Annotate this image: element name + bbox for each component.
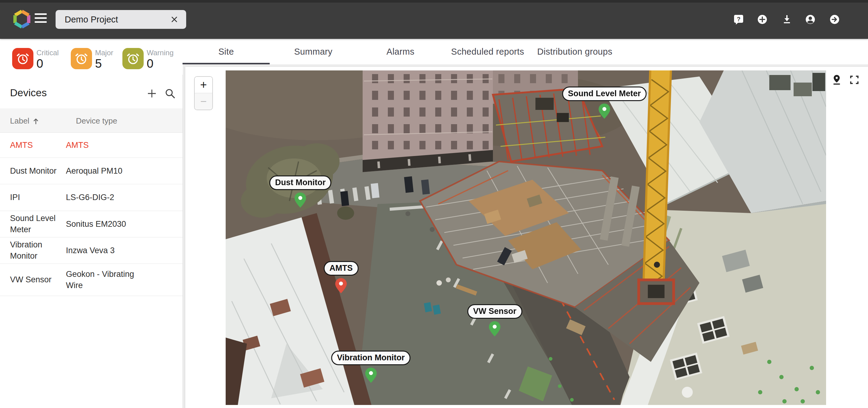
- fullscreen-button[interactable]: [848, 74, 860, 86]
- brand-logo-icon: [11, 9, 32, 29]
- site-aerial-photo: [226, 70, 826, 405]
- map-pin-icon: [294, 192, 306, 208]
- tab-scheduled-reports[interactable]: Scheduled reports: [444, 39, 531, 64]
- search-icon: [164, 88, 176, 100]
- zoom-in-label: +: [200, 78, 207, 91]
- download-icon: [781, 14, 793, 25]
- app-window: Demo Project ?: [0, 0, 868, 408]
- account-icon: [805, 14, 816, 25]
- account-button[interactable]: [805, 14, 816, 25]
- zoom-out-button[interactable]: −: [195, 93, 212, 109]
- alert-label: Critical: [36, 49, 59, 57]
- add-device-button[interactable]: [146, 88, 158, 100]
- tab-label: Alarms: [386, 47, 414, 57]
- devices-table: AMTS AMTS Dust Monitor Aeroqual PM10 IPI…: [0, 133, 183, 296]
- marker-label: VW Sensor: [467, 304, 522, 319]
- close-icon[interactable]: [169, 14, 180, 25]
- map-zoom-control: + −: [194, 76, 213, 110]
- devices-table-header: Label Device type: [0, 108, 183, 133]
- tab-summary[interactable]: Summary: [270, 39, 357, 64]
- toggle-markers-button[interactable]: [831, 74, 842, 86]
- fullscreen-icon: [848, 74, 860, 86]
- device-label: Sound Level Meter: [10, 213, 60, 235]
- tab-site[interactable]: Site: [183, 39, 270, 64]
- table-row[interactable]: Sound Level Meter Sonitus EM2030: [0, 211, 183, 238]
- alert-label: Warning: [147, 49, 174, 57]
- tab-alarms[interactable]: Alarms: [357, 39, 444, 64]
- help-button[interactable]: ?: [733, 14, 744, 25]
- tab-label: Site: [218, 47, 234, 57]
- project-chip-label: Demo Project: [56, 14, 169, 25]
- device-type: LS-G6-DIG-2: [66, 192, 114, 203]
- plus-icon: [146, 88, 158, 100]
- add-icon: [757, 14, 768, 25]
- device-type: Geokon - Vibrating Wire: [66, 269, 142, 291]
- device-label: AMTS: [10, 139, 33, 151]
- map-marker-vw-sensor[interactable]: VW Sensor: [467, 304, 522, 337]
- tab-distribution-groups[interactable]: Distribution groups: [531, 39, 618, 64]
- device-label: Vibration Monitor: [10, 239, 60, 262]
- menu-icon[interactable]: [35, 13, 47, 26]
- map-pin-icon: [489, 321, 501, 337]
- devices-title: Devices: [10, 87, 47, 99]
- alert-card-warning[interactable]: Warning 0: [122, 48, 174, 70]
- tab-label: Distribution groups: [537, 47, 613, 57]
- alert-count: 0: [36, 57, 59, 70]
- search-device-button[interactable]: [164, 88, 176, 100]
- zoom-in-button[interactable]: +: [195, 77, 212, 93]
- logout-icon: [829, 14, 840, 25]
- map-marker-vibration-monitor[interactable]: Vibration Monitor: [331, 351, 411, 383]
- alert-summary: Critical 0 Major 5 Warning 0: [0, 39, 183, 75]
- device-type: Sonitus EM2030: [66, 219, 126, 230]
- column-header-label[interactable]: Label: [10, 116, 40, 126]
- alert-card-critical[interactable]: Critical 0: [12, 48, 59, 70]
- table-row[interactable]: VW Sensor Geokon - Vibrating Wire: [0, 264, 183, 296]
- alarm-icon: [12, 48, 33, 69]
- download-button[interactable]: [781, 14, 793, 25]
- pin-drop-icon: [831, 74, 842, 86]
- device-type: Inzwa Veva 3: [66, 245, 115, 256]
- active-tab-indicator: [183, 63, 270, 64]
- alert-label: Major: [95, 49, 113, 57]
- column-title: Label: [10, 116, 29, 126]
- column-header-device-type[interactable]: Device type: [76, 116, 117, 126]
- svg-text:?: ?: [737, 16, 740, 23]
- device-label: VW Sensor: [10, 274, 52, 285]
- marker-label: Vibration Monitor: [331, 351, 411, 365]
- logout-button[interactable]: [829, 14, 840, 25]
- marker-label: Sound Level Meter: [562, 87, 647, 101]
- map-marker-amts[interactable]: AMTS: [324, 261, 359, 293]
- device-label: IPI: [10, 192, 20, 203]
- alert-card-major[interactable]: Major 5: [71, 48, 113, 70]
- project-chip[interactable]: Demo Project: [56, 10, 186, 29]
- tab-label: Scheduled reports: [451, 47, 524, 57]
- marker-label: Dust Monitor: [269, 176, 331, 190]
- sort-ascending-icon: [32, 117, 40, 125]
- table-row[interactable]: IPI LS-G6-DIG-2: [0, 184, 183, 211]
- map-marker-dust-monitor[interactable]: Dust Monitor: [269, 176, 331, 208]
- map-pin-icon: [598, 103, 611, 119]
- alarm-icon: [71, 48, 92, 69]
- help-icon: ?: [733, 14, 744, 25]
- device-type: Aeroqual PM10: [66, 165, 122, 177]
- alert-count: 5: [95, 57, 113, 70]
- tab-bar: Site Summary Alarms Scheduled reports Di…: [183, 39, 618, 64]
- table-row[interactable]: Dust Monitor Aeroqual PM10: [0, 158, 183, 184]
- map-pin-icon: [335, 278, 347, 293]
- site-card: + −: [185, 67, 868, 408]
- map-pin-icon: [365, 367, 377, 383]
- devices-panel: Devices Label Device type AMTS AMTS: [0, 75, 183, 408]
- marker-label: AMTS: [324, 261, 359, 276]
- add-button[interactable]: [757, 14, 768, 25]
- column-title: Device type: [76, 116, 117, 125]
- table-row[interactable]: Vibration Monitor Inzwa Veva 3: [0, 238, 183, 264]
- device-label: Dust Monitor: [10, 165, 57, 177]
- zoom-out-label: −: [200, 95, 207, 108]
- topbar: Demo Project ?: [0, 0, 868, 39]
- map-marker-sound-level-meter[interactable]: Sound Level Meter: [562, 87, 647, 119]
- main-content: + −: [183, 64, 868, 408]
- site-map[interactable]: Sound Level Meter Dust Monitor AMTS: [226, 70, 826, 405]
- alert-count: 0: [147, 57, 174, 70]
- table-row[interactable]: AMTS AMTS: [0, 133, 183, 158]
- tab-label: Summary: [294, 47, 332, 57]
